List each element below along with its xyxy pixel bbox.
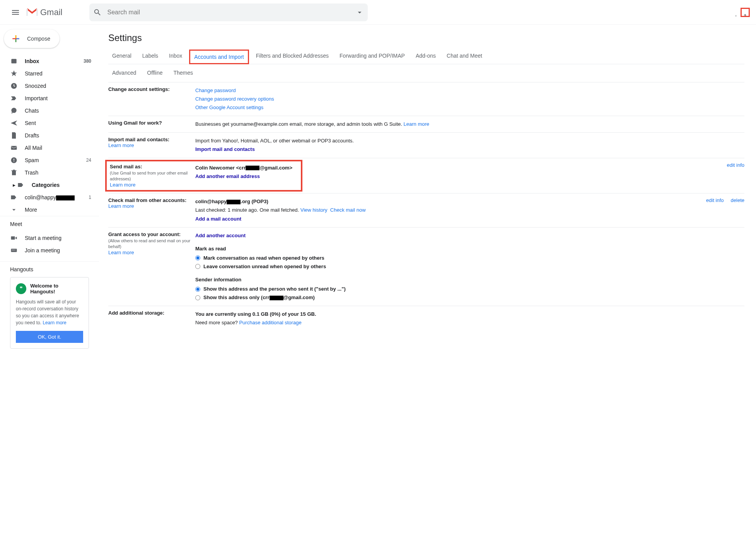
draft-icon xyxy=(10,132,18,139)
clock-icon xyxy=(10,82,18,90)
tab-labels[interactable]: Labels xyxy=(138,50,162,64)
search-icon[interactable] xyxy=(93,8,102,17)
change-password-link[interactable]: Change password xyxy=(195,87,236,93)
checkmail-edit-link[interactable]: edit info xyxy=(699,197,724,203)
svg-rect-0 xyxy=(26,9,28,16)
checkmail-learn-link[interactable]: Learn more xyxy=(108,203,134,209)
hangouts-ok-button[interactable]: OK, Got it. xyxy=(16,331,83,343)
add-mail-account-link[interactable]: Add a mail account xyxy=(195,216,241,222)
keyboard-icon xyxy=(10,247,18,254)
tab-offline[interactable]: Offline xyxy=(143,67,166,79)
hangouts-title: Hangouts xyxy=(10,266,89,272)
row-grant-access: Grant access to your account: (Allow oth… xyxy=(108,228,744,306)
grant-learn-link[interactable]: Learn more xyxy=(108,250,134,255)
tab-forwarding[interactable]: Forwarding and POP/IMAP xyxy=(336,50,409,64)
sendas-edit-link[interactable]: edit info xyxy=(720,162,744,168)
import-mail-contacts-link[interactable]: Import mail and contacts xyxy=(195,146,255,152)
add-another-account-link[interactable]: Add another account xyxy=(195,233,246,238)
meet-start[interactable]: Start a meeting xyxy=(10,232,89,244)
plus-icon xyxy=(10,33,22,45)
purchase-storage-link[interactable]: Purchase additional storage xyxy=(239,320,301,325)
nav-chats[interactable]: Chats xyxy=(0,104,99,117)
radio-show-only[interactable] xyxy=(195,295,200,300)
import-learn-link[interactable]: Learn more xyxy=(108,142,134,148)
svg-rect-16 xyxy=(12,250,13,250)
settings-heading: Settings xyxy=(108,33,744,43)
nav-allmail[interactable]: All Mail xyxy=(0,142,99,154)
tab-chat-meet[interactable]: Chat and Meet xyxy=(443,50,486,64)
svg-rect-4 xyxy=(15,35,17,38)
row-check-mail: Check mail from other accounts: Learn mo… xyxy=(108,193,744,227)
other-google-settings-link[interactable]: Other Google Account settings xyxy=(195,104,263,110)
meet-title: Meet xyxy=(10,221,89,227)
inbox-icon xyxy=(10,57,18,65)
radio-leave-unread[interactable] xyxy=(195,264,200,269)
video-icon xyxy=(10,234,18,242)
compose-label: Compose xyxy=(27,36,50,42)
search-bar[interactable] xyxy=(89,3,368,21)
search-input[interactable] xyxy=(107,9,355,16)
radio-mark-read[interactable] xyxy=(195,255,200,260)
sidebar: Compose Inbox380 Starred Snoozed Importa… xyxy=(0,25,99,353)
nav-categories[interactable]: ▸Categories xyxy=(0,179,99,191)
tab-filters[interactable]: Filters and Blocked Addresses xyxy=(252,50,333,64)
nav-inbox[interactable]: Inbox380 xyxy=(0,55,99,67)
settings-content: Settings General Labels Inbox Accounts a… xyxy=(99,25,756,353)
gmail-logo[interactable]: Gmail xyxy=(26,7,62,17)
row-import: Import mail and contacts: Learn more Imp… xyxy=(108,133,744,158)
folder-nav: Inbox380 Starred Snoozed Important Chats… xyxy=(0,55,99,216)
radio-show-sentby[interactable] xyxy=(195,287,200,292)
dropdown-icon[interactable] xyxy=(355,8,364,17)
label-icon xyxy=(10,193,18,201)
tab-general[interactable]: General xyxy=(108,50,135,64)
svg-rect-14 xyxy=(11,236,15,240)
gmail-icon xyxy=(26,8,38,17)
tab-addons[interactable]: Add-ons xyxy=(412,50,440,64)
settings-gear-icon[interactable] xyxy=(741,8,750,17)
tab-themes[interactable]: Themes xyxy=(170,67,197,79)
meet-section: Meet Start a meeting Join a meeting xyxy=(0,216,99,261)
meet-join[interactable]: Join a meeting xyxy=(10,244,89,257)
nav-custom-label[interactable]: colin@happy1 xyxy=(0,191,99,204)
compose-button[interactable]: Compose xyxy=(4,29,60,48)
nav-spam[interactable]: Spam24 xyxy=(0,154,99,166)
label-icon xyxy=(17,181,25,189)
sent-icon xyxy=(10,119,18,127)
row-send-as: Send mail as: (Use Gmail to send from yo… xyxy=(108,158,744,194)
chat-icon xyxy=(10,107,18,115)
nav-trash[interactable]: Trash xyxy=(0,166,99,179)
trash-icon xyxy=(10,169,18,176)
hangouts-section: Hangouts ❞ Welcome to Hangouts! Hangouts… xyxy=(0,261,99,353)
nav-drafts[interactable]: Drafts xyxy=(0,129,99,142)
tab-accounts-import[interactable]: Accounts and Import xyxy=(189,50,249,64)
gsuite-learn-link[interactable]: Learn more xyxy=(404,121,429,127)
nav-snoozed[interactable]: Snoozed xyxy=(0,80,99,92)
important-icon xyxy=(10,94,18,102)
svg-rect-1 xyxy=(36,9,38,16)
row-change-account: Change account settings: Change password… xyxy=(108,82,744,116)
svg-rect-10 xyxy=(11,146,17,150)
row-gmail-work: Using Gmail for work? Businesses get you… xyxy=(108,116,744,133)
settings-tabs-row1: General Labels Inbox Accounts and Import… xyxy=(108,50,744,64)
hangouts-icon: ❞ xyxy=(16,283,26,294)
hangouts-learn-link[interactable]: Learn more xyxy=(43,320,66,325)
checkmail-delete-link[interactable]: delete xyxy=(724,197,744,203)
menu-icon[interactable] xyxy=(6,3,25,22)
hangouts-welcome-title: Welcome to Hangouts! xyxy=(30,283,83,294)
sendas-learn-link[interactable]: Learn more xyxy=(110,182,135,188)
gmail-text: Gmail xyxy=(40,7,62,17)
nav-sent[interactable]: Sent xyxy=(0,117,99,129)
svg-point-9 xyxy=(11,108,16,113)
add-email-address-link[interactable]: Add another email address xyxy=(195,173,260,179)
nav-important[interactable]: Important xyxy=(0,92,99,104)
nav-more[interactable]: More xyxy=(0,204,99,216)
tab-advanced[interactable]: Advanced xyxy=(108,67,140,79)
hangouts-welcome-card: ❞ Welcome to Hangouts! Hangouts will sav… xyxy=(10,277,89,349)
change-recovery-link[interactable]: Change password recovery options xyxy=(195,96,274,102)
chevron-down-icon xyxy=(10,206,18,214)
view-history-link[interactable]: View history xyxy=(300,207,328,213)
nav-starred[interactable]: Starred xyxy=(0,67,99,80)
help-icon[interactable] xyxy=(731,8,741,17)
tab-inbox[interactable]: Inbox xyxy=(165,50,186,64)
check-mail-now-link[interactable]: Check mail now xyxy=(330,207,366,213)
